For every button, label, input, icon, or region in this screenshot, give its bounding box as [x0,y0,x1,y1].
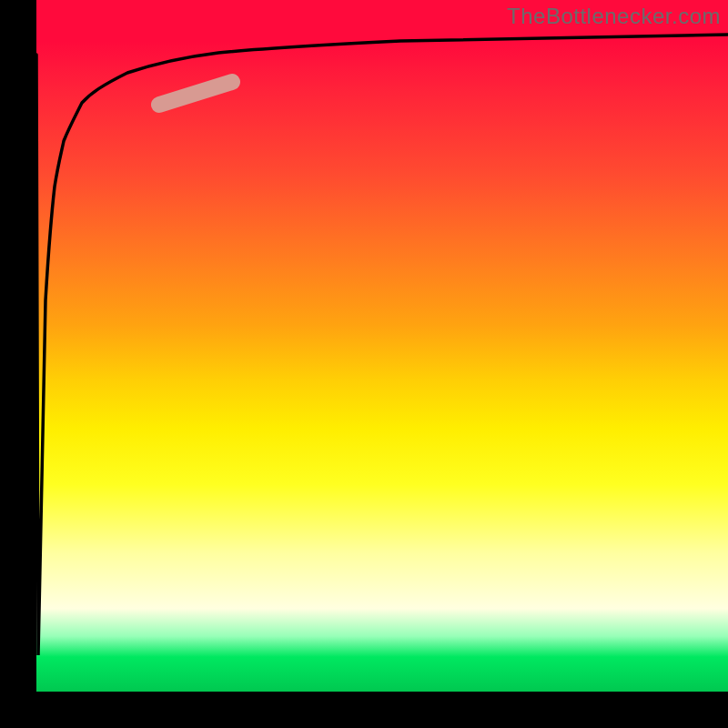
bottleneck-curve [36,35,728,655]
highlight-segment [159,82,232,105]
chart-frame: TheBottlenecker.com [0,0,728,728]
x-axis [0,692,728,728]
attribution-text: TheBottlenecker.com [507,4,721,29]
plot-area: TheBottlenecker.com [36,0,728,692]
y-axis [0,0,36,728]
curve-layer [36,0,728,692]
